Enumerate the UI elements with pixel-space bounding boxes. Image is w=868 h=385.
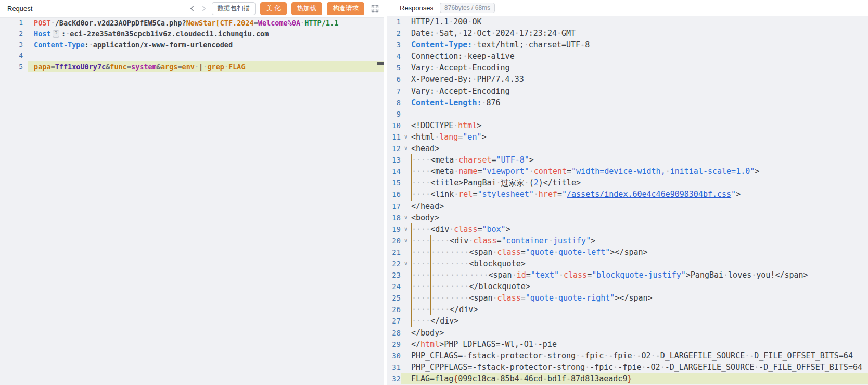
fold-gutter [401,304,411,315]
fold-gutter [401,154,411,166]
request-title: Request [7,5,32,13]
code-line: 30PHP_CFLAGS=-fstack-protector-strong·-f… [387,350,868,362]
indent-guide: ···· [430,292,450,304]
line-number: 5 [0,61,28,72]
response-stats-badge: 876bytes / 68ms [440,3,495,13]
line-number: 8 [387,97,401,108]
code-line: 18∨<body> [387,212,868,223]
code-line: 14····<meta·name="viewport"·content="wid… [387,166,868,177]
fold-gutter [401,62,411,73]
line-number: 15 [387,177,401,189]
line-number: 17 [387,201,401,212]
code-text: ········<div·class="container·justify"> [411,235,868,246]
code-line-highlighted: 32FLAG=flag{099c18ca-85b4-46cd-bd1f-87d8… [387,373,868,384]
line-number: 27 [387,315,401,327]
fold-gutter [401,177,411,189]
fold-gutter [401,16,411,28]
line-number: 6 [387,73,401,85]
build-request-button[interactable]: 构造请求 [327,2,364,15]
code-line: 6X-Powered-By:·PHP/7.4.33 [387,73,868,85]
indent-guide: ···· [411,235,430,246]
fold-chevron-icon[interactable]: ∨ [401,131,411,143]
fold-gutter [401,292,411,304]
overview-ruler[interactable] [376,18,384,385]
line-number: 19 [387,223,401,235]
indent-guide: ···· [411,281,430,292]
code-text: ····<link·rel="stylesheet"·href="/assets… [411,189,868,200]
code-line: 7Vary:·Accept-Encoding [387,85,868,97]
line-number: 2 [0,29,28,40]
line-number: 10 [387,120,401,131]
expand-icon[interactable] [371,5,379,13]
code-line: 3Content-Type:·application/x-www-form-ur… [0,40,376,51]
code-text: Vary:·Accept-Encoding [411,62,868,73]
code-line: 5Vary:·Accept-Encoding [387,62,868,73]
code-line: 23················<span·id="text"·class=… [387,269,868,281]
code-text: ····<title>PangBai·过家家·(2)</title> [411,177,868,189]
indent-guide: ···· [430,258,450,269]
code-text: <head> [411,143,868,154]
fold-chevron-icon[interactable]: ∨ [401,143,411,154]
fold-gutter [401,39,411,51]
code-line: 10<!DOCTYPE·html> [387,120,868,131]
indent-guide: ···· [411,269,430,281]
code-line: 8Content-Length:·876 [387,97,868,108]
code-line: 24············</blockquote> [387,281,868,292]
code-text: POST·/BacKd0or.v2d23AOPpDfEW5Ca.php?NewS… [28,18,376,29]
fold-chevron-icon[interactable]: ∨ [401,235,411,246]
code-text [28,51,376,61]
line-number: 18 [387,212,401,223]
fold-gutter [401,315,411,327]
line-number: 25 [387,292,401,304]
packet-scan-button[interactable]: 数据包扫描 [212,2,256,15]
hot-reload-button[interactable]: 热加载 [291,2,323,15]
line-number: 28 [387,327,401,339]
indent-guide: ···· [469,269,488,281]
code-line: 25············<span·class="quote·quote-r… [387,292,868,304]
fold-gutter [401,73,411,85]
code-line: 4 [0,51,376,61]
response-code-lines: 1HTTP/1.1·200·OK2Date:·Sat,·12·Oct·2024·… [387,16,868,384]
indent-guide: ···· [430,281,450,292]
fold-chevron-icon[interactable]: ∨ [401,258,411,269]
line-number: 20 [387,235,401,246]
code-line: 17</head> [387,201,868,212]
code-line: 16····<link·rel="stylesheet"·href="/asse… [387,189,868,200]
code-text: ····<meta·name="viewport"·content="width… [411,166,868,177]
fold-gutter [401,120,411,131]
code-text: <body> [411,212,868,223]
fold-chevron-icon[interactable]: ∨ [401,212,411,223]
code-text: ········</div> [411,304,868,315]
code-text: HTTP/1.1·200·OK [411,16,868,28]
code-text: Content-Length:·876 [411,97,868,108]
line-number: 1 [0,18,28,29]
fold-chevron-icon[interactable]: ∨ [401,223,411,235]
response-editor[interactable]: 1HTTP/1.1·200·OK2Date:·Sat,·12·Oct·2024·… [387,16,868,385]
line-number: 32 [387,373,401,384]
code-text: <html·lang="en"> [411,131,868,143]
line-number: 22 [387,258,401,269]
line-number: 31 [387,362,401,373]
code-text: ············</blockquote> [411,281,868,292]
line-number: 2 [387,28,401,39]
chevron-left-icon[interactable] [189,5,196,12]
code-line: 1HTTP/1.1·200·OK [387,16,868,28]
code-text: PHP_CPPFLAGS=-fstack-protector-strong·-f… [411,362,868,373]
indent-guide: ···· [430,246,450,258]
code-text: FLAG=flag{099c18ca-85b4-46cd-bd1f-87d813… [411,373,868,384]
fold-gutter [401,201,411,212]
indent-guide: ···· [450,281,469,292]
line-number: 26 [387,304,401,315]
code-line: 15····<title>PangBai·过家家·(2)</title> [387,177,868,189]
request-code-lines: 1POST·/BacKd0or.v2d23AOPpDfEW5Ca.php?New… [0,18,376,72]
request-editor[interactable]: 1POST·/BacKd0or.v2d23AOPpDfEW5Ca.php?New… [0,18,384,385]
line-number: 24 [387,281,401,292]
request-toolbar: 数据包扫描 美 化 热加载 构造请求 [189,2,379,15]
help-badge-icon[interactable]: ? [53,30,60,38]
indent-guide: ···· [450,246,469,258]
chevron-right-icon[interactable] [200,5,207,12]
indent-guide: ···· [450,292,469,304]
code-text: X-Powered-By:·PHP/7.4.33 [411,73,868,85]
beautify-button[interactable]: 美 化 [260,2,286,15]
code-text: Connection:·keep-alive [411,51,868,62]
